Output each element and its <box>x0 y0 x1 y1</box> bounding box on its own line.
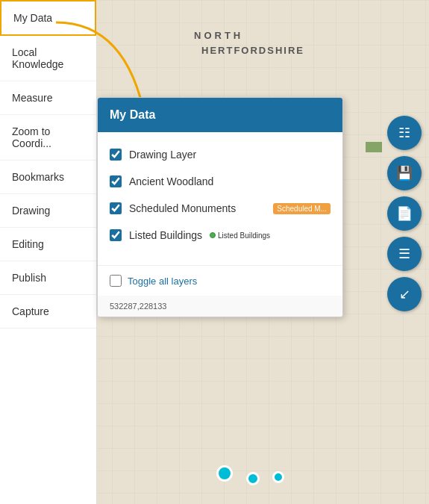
panel-coords: 532287,228133 <box>98 296 342 317</box>
map-marker-2 <box>246 472 260 485</box>
layer-label-woodland: Ancient Woodland <box>129 175 213 187</box>
map-region-herts: HERTFORDSHIRE <box>201 45 304 56</box>
map-marker-1 <box>216 465 233 482</box>
sidebar-item-local-knowledge[interactable]: Local Knowledge <box>0 36 96 81</box>
toggle-all-checkbox[interactable] <box>110 275 122 287</box>
layer-item-listed: Listed Buildings Listed Buildings <box>110 222 331 249</box>
listed-badge: Listed Buildings <box>210 231 270 240</box>
action-buttons: ☷ 💾 📄 ☰ ↙ <box>387 116 422 311</box>
layer-label-listed: Listed Buildings <box>129 229 202 241</box>
dot-icon <box>210 232 216 238</box>
layers-icon: ☷ <box>398 125 410 141</box>
layer-label-drawing: Drawing Layer <box>129 149 196 161</box>
sidebar-item-drawing[interactable]: Drawing <box>0 194 96 228</box>
layer-item-scheduled: Scheduled Monuments Scheduled M... <box>110 195 331 222</box>
my-data-panel: My Data Drawing Layer Ancient Woodland S… <box>97 97 343 317</box>
layer-checkbox-scheduled[interactable] <box>110 202 122 214</box>
map-region-north: NORTH <box>194 30 243 41</box>
layer-checkbox-woodland[interactable] <box>110 175 122 187</box>
collapse-icon: ↙ <box>399 286 410 302</box>
sidebar-item-editing[interactable]: Editing <box>0 228 96 261</box>
scheduled-badge: Scheduled M... <box>273 203 331 214</box>
panel-footer: Toggle all layers <box>98 265 342 296</box>
sidebar-item-zoom[interactable]: Zoom to Coordi... <box>0 115 96 161</box>
sidebar-item-bookmarks[interactable]: Bookmarks <box>0 161 96 194</box>
file-icon: 📄 <box>396 205 413 222</box>
layer-checkbox-drawing[interactable] <box>110 149 122 161</box>
layer-item-drawing: Drawing Layer <box>110 141 331 168</box>
layer-item-woodland: Ancient Woodland <box>110 168 331 195</box>
toggle-all-label[interactable]: Toggle all layers <box>128 276 197 287</box>
sidebar-item-publish[interactable]: Publish <box>0 261 96 295</box>
action-btn-layers[interactable]: ☷ <box>387 116 422 150</box>
layer-checkbox-listed[interactable] <box>110 229 122 241</box>
map-feature-green <box>366 142 382 152</box>
map-marker-3 <box>272 471 284 483</box>
sidebar-item-capture[interactable]: Capture <box>0 295 96 329</box>
action-btn-collapse[interactable]: ↙ <box>387 277 422 311</box>
action-btn-menu[interactable]: ☰ <box>387 237 422 271</box>
menu-icon: ☰ <box>398 246 410 262</box>
sidebar-item-measure[interactable]: Measure <box>0 81 96 115</box>
panel-body: Drawing Layer Ancient Woodland Scheduled… <box>98 132 342 258</box>
save-icon: 💾 <box>396 165 413 181</box>
action-btn-save[interactable]: 💾 <box>387 156 422 190</box>
sidebar-item-my-data[interactable]: My Data <box>0 0 96 36</box>
layer-label-scheduled: Scheduled Monuments <box>129 202 236 214</box>
panel-header: My Data <box>98 98 342 132</box>
action-btn-file[interactable]: 📄 <box>387 196 422 231</box>
sidebar: My Data Local Knowledge Measure Zoom to … <box>0 0 97 504</box>
